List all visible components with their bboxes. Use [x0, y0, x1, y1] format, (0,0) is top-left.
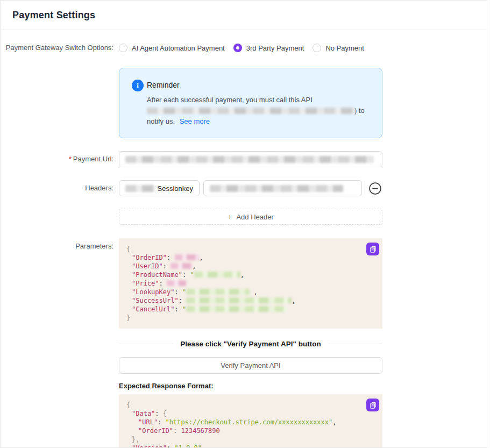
- verify-payment-api-button[interactable]: Verify Payment API: [119, 357, 382, 374]
- remove-header-button[interactable]: [368, 182, 382, 195]
- gateway-radio-group: AI Agent Automation Payment 3rd Party Pa…: [119, 44, 382, 52]
- reminder-text: After each successful payment, you must …: [147, 95, 368, 127]
- divider-line: [329, 344, 382, 344]
- radio-option-label: 3rd Party Payment: [246, 44, 304, 52]
- add-header-label: Add Header: [236, 213, 273, 221]
- header-key-text: Sessionkey: [158, 184, 193, 193]
- code-token: }: [126, 314, 130, 322]
- copy-icon: [369, 401, 377, 409]
- response-line-data: "Data": {: [126, 409, 375, 418]
- redacted-orderid-value: [175, 254, 200, 260]
- radio-option-label: AI Agent Automation Payment: [132, 44, 225, 52]
- param-line-cancelurl: "CancelUrl": ": [126, 305, 375, 314]
- redacted-userid-value: [171, 263, 192, 269]
- divider-line: [119, 344, 173, 344]
- param-line-productname: "ProductName": ",: [126, 271, 375, 279]
- payment-url-label: *Payment Url:: [1, 151, 113, 167]
- redacted-cancelurl-value: [186, 306, 287, 312]
- param-line-lookupkey: "LookupKey": " ,: [126, 288, 375, 296]
- redacted-price-value: [167, 280, 186, 286]
- radio-option-ai-agent-automation-payment[interactable]: AI Agent Automation Payment: [119, 44, 225, 52]
- redacted-payment-url-value: [125, 156, 374, 163]
- redacted-header-value: [210, 185, 343, 192]
- redacted-lookupkey-value: [186, 289, 250, 295]
- response-line-data-close: },: [126, 435, 375, 444]
- radio-selected-icon[interactable]: [233, 44, 242, 52]
- gateway-switch-row: Payment Gateway Switch Options: AI Agent…: [1, 44, 487, 52]
- radio-unselected-icon[interactable]: [313, 44, 321, 52]
- radio-option-3rd-party-payment[interactable]: 3rd Party Payment: [233, 44, 304, 52]
- code-token: {: [126, 245, 130, 253]
- payment-settings-form: Payment Gateway Switch Options: AI Agent…: [1, 30, 487, 448]
- radio-option-no-payment[interactable]: No Payment: [313, 44, 364, 52]
- parameters-code-block: { "OrderID": , "UserID": , "ProductName"…: [119, 238, 382, 329]
- param-line-orderid: "OrderID": ,: [126, 253, 375, 262]
- payment-url-input[interactable]: [119, 151, 382, 167]
- param-line-price: "Price":: [126, 279, 375, 288]
- add-header-button[interactable]: + Add Header: [119, 209, 382, 225]
- radio-option-label: No Payment: [325, 44, 364, 52]
- parameters-label: Parameters:: [1, 238, 113, 251]
- redacted-successurl-value: [186, 297, 292, 303]
- required-asterisk: *: [69, 155, 72, 163]
- copy-parameters-button[interactable]: [366, 243, 379, 255]
- copy-response-button[interactable]: [366, 399, 379, 411]
- headers-label: Headers:: [1, 180, 113, 196]
- panel-header: Payment Settings: [1, 1, 487, 30]
- redacted-header-key-prefix: [125, 185, 154, 192]
- info-circle-icon: i: [132, 80, 144, 91]
- see-more-link[interactable]: See more: [180, 117, 210, 125]
- code-token: {: [126, 401, 130, 409]
- gateway-switch-label: Payment Gateway Switch Options:: [1, 44, 113, 52]
- page-title: Payment Settings: [12, 10, 95, 21]
- radio-unselected-icon[interactable]: [119, 44, 127, 52]
- reminder-title: Reminder: [147, 81, 368, 89]
- divider-text: Please click "Verify Payment API" button: [180, 340, 321, 348]
- parameters-row: Parameters: { "OrderID": , "Use: [1, 238, 487, 329]
- expected-response-code-block: { "Data": { "URL": "https://checkout.str…: [119, 394, 382, 448]
- reminder-line1: After each successful payment, you must …: [147, 96, 313, 104]
- param-line-successurl: "SuccessUrl": ,: [126, 296, 375, 305]
- payment-url-row: *Payment Url:: [1, 151, 487, 167]
- expected-response-format-label: Expected Response Format:: [119, 382, 382, 390]
- minus-circle-icon: [368, 182, 382, 195]
- redacted-productname-value: [194, 272, 240, 278]
- verify-divider: Please click "Verify Payment API" button: [119, 340, 382, 348]
- header-key-input[interactable]: Sessionkey: [119, 180, 200, 196]
- response-line-url: "URL": "https://checkout.stripe.com/xxxx…: [126, 418, 375, 426]
- headers-row: Headers: Sessionkey: [1, 180, 487, 196]
- payment-settings-panel: Payment Settings Payment Gateway Switch …: [0, 0, 487, 448]
- plus-icon: +: [228, 212, 232, 221]
- param-line-userid: "UserID": ,: [126, 262, 375, 271]
- response-line-version: "Version": "1.0.0",: [126, 444, 375, 448]
- header-value-input[interactable]: [203, 180, 362, 196]
- copy-icon: [369, 245, 377, 253]
- redacted-api-url: [147, 108, 354, 114]
- reminder-alert: i Reminder After each successful payment…: [119, 68, 382, 138]
- response-line-orderid: "OrderID": 1234567890: [126, 426, 375, 435]
